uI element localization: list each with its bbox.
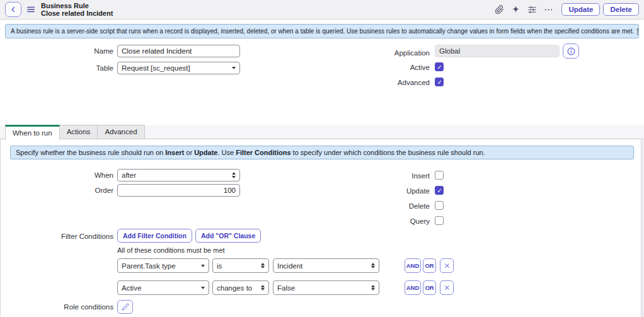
application-label: Application (359, 47, 430, 59)
ai-assist-button[interactable] (511, 5, 520, 14)
when-info-banner: Specify whether the business rule should… (10, 146, 634, 159)
role-conditions-label: Role conditions (0, 303, 113, 311)
update-label: Update (359, 187, 430, 196)
when-select-value: after (122, 171, 136, 179)
sliders-icon (527, 5, 537, 14)
tab-strip: When to run Actions Advanced (0, 125, 644, 139)
active-label: Active (359, 63, 430, 72)
delete-label: Delete (359, 202, 430, 211)
delete-checkbox[interactable] (435, 201, 444, 210)
select-spinner-icon (261, 285, 265, 291)
caret-down-icon (201, 287, 205, 289)
and-button[interactable]: AND (405, 280, 421, 295)
condition-value-value: False (277, 284, 295, 292)
info-banner-text: A business rule is a server-side script … (11, 28, 634, 35)
add-filter-condition-button[interactable]: Add Filter Condition (117, 229, 192, 243)
condition-field-select[interactable]: Parent.Task type (117, 258, 209, 273)
condition-field-select[interactable]: Active (117, 280, 209, 295)
condition-operator-value: is (217, 262, 222, 270)
condition-field-value: Parent.Task type (122, 262, 176, 270)
page-title: Business Rule (41, 2, 113, 10)
hamburger-menu-icon (26, 5, 35, 14)
caret-down-icon (232, 67, 236, 69)
info-banner: A business rule is a server-side script … (5, 24, 639, 38)
condition-field-value: Active (122, 284, 141, 292)
form-context-menu-button[interactable] (26, 5, 35, 14)
back-button[interactable] (5, 2, 21, 17)
condition-operator-select[interactable]: is (212, 258, 269, 273)
header-buttons: Update Delete (561, 3, 639, 16)
scrollbar-track[interactable] (641, 140, 644, 317)
paperclip-icon (495, 5, 504, 14)
insert-label: Insert (359, 171, 430, 181)
business-rule-page: Business Rule Close related Incident (0, 0, 644, 317)
more-options-button[interactable] (544, 5, 553, 14)
table-select-value: Request [sc_request] (122, 64, 190, 72)
application-input (435, 45, 560, 57)
filter-condition-row: Active changes to False AND OR (117, 280, 455, 295)
delete-condition-button[interactable] (440, 280, 454, 295)
filter-condition-row: Parent.Task type is Incident AND OR (117, 258, 455, 273)
close-x-icon (444, 284, 451, 291)
when-label: When (0, 169, 113, 182)
name-label: Name (0, 45, 113, 57)
caret-down-icon (201, 265, 205, 267)
page-title-group: Business Rule Close related Incident (41, 2, 113, 18)
attachment-button[interactable] (495, 5, 504, 14)
order-label: Order (0, 184, 113, 197)
or-button[interactable]: OR (423, 280, 436, 295)
condition-operator-value: changes to (217, 284, 252, 292)
select-spinner-icon (371, 263, 375, 269)
update-button[interactable]: Update (561, 3, 600, 16)
condition-value-select[interactable]: False (273, 280, 379, 295)
delete-condition-button[interactable] (440, 258, 454, 273)
condition-match-text: All of these conditions must be met (117, 246, 225, 254)
close-x-icon (444, 262, 451, 269)
condition-value-value: Incident (277, 262, 302, 270)
name-input[interactable] (117, 45, 240, 57)
advanced-checkbox[interactable] (435, 78, 444, 86)
condition-operator-select[interactable]: changes to (212, 280, 269, 295)
insert-checkbox[interactable] (435, 171, 444, 180)
when-select[interactable]: after (117, 169, 240, 182)
sparkle-icon (511, 5, 520, 14)
info-circle-icon (566, 47, 576, 56)
query-checkbox[interactable] (435, 216, 444, 225)
record-title: Close related Incident (41, 9, 113, 18)
select-spinner-icon (371, 285, 375, 291)
tab-advanced[interactable]: Advanced (98, 125, 144, 139)
tab-actions[interactable]: Actions (60, 125, 98, 139)
more-info-link[interactable]: More Info (636, 28, 639, 35)
pencil-icon (122, 303, 129, 311)
query-label: Query (359, 217, 430, 226)
select-spinner-icon (261, 263, 265, 269)
tab-when-to-run[interactable]: When to run (5, 125, 60, 139)
application-info-button[interactable] (563, 43, 579, 59)
edit-role-conditions-button[interactable] (117, 300, 133, 314)
add-or-clause-button[interactable]: Add "OR" Clause (195, 229, 261, 243)
personalize-form-button[interactable] (527, 5, 537, 14)
order-input[interactable] (117, 184, 240, 197)
filter-conditions-label: Filter Conditions (0, 229, 113, 243)
active-checkbox[interactable] (435, 62, 444, 71)
ellipsis-icon (544, 5, 553, 14)
select-spinner-icon (232, 172, 236, 178)
update-checkbox[interactable] (435, 186, 444, 195)
chevron-left-icon (9, 5, 18, 14)
when-banner-text: Specify whether the business rule should… (16, 149, 485, 156)
table-label: Table (0, 62, 113, 74)
and-button[interactable]: AND (405, 258, 421, 273)
table-select[interactable]: Request [sc_request] (117, 62, 240, 74)
header-actions: Update Delete (495, 3, 639, 16)
header-bar: Business Rule Close related Incident (0, 0, 644, 20)
filter-buttons: Add Filter Condition Add "OR" Clause (117, 229, 261, 243)
condition-value-select[interactable]: Incident (273, 258, 379, 273)
or-button[interactable]: OR (423, 258, 436, 273)
advanced-label: Advanced (359, 78, 430, 88)
delete-button[interactable]: Delete (603, 3, 639, 16)
